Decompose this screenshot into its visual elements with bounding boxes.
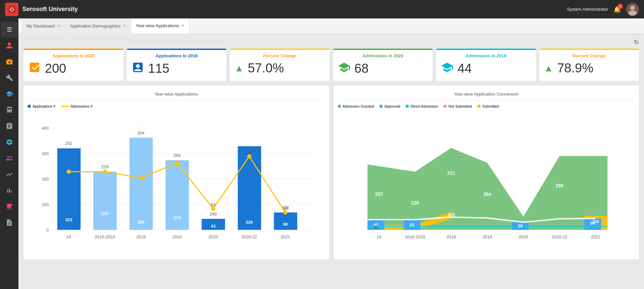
svg-point-1 [11, 8, 13, 10]
stat-icon-admissions-2020 [338, 61, 351, 76]
legend-not-submitted: Not Submitted [443, 104, 472, 108]
tab-yearwise-apps[interactable]: Year-wise Applications ✕ [131, 18, 190, 34]
stat-value-apps-2020: 200 [45, 61, 66, 76]
legend-label-applications: Applications # [33, 104, 56, 108]
yearwise-chart-legend: Applications # Admissions # [28, 103, 325, 111]
svg-text:2020-22: 2020-22 [241, 235, 257, 239]
legend-admission-granted: Admission Granted [338, 104, 374, 108]
stat-card-percent-apps: Percent Change ▲ 57.0% [230, 49, 330, 81]
sidebar-item-bus[interactable] [1, 102, 18, 118]
main-content: My Dashboard ✕ Application Demographics … [18, 18, 644, 289]
svg-point-3 [630, 5, 635, 10]
legend-dot-not-submitted [443, 105, 447, 108]
legend-dot-applications [28, 105, 31, 108]
legend-dot-approved [379, 105, 383, 108]
legend-dot-submitted [477, 105, 481, 108]
stat-body-apps-2020: 200 [28, 61, 119, 76]
svg-point-31 [175, 161, 179, 165]
stat-body-percent-apps: ▲ 57.0% [234, 61, 325, 75]
legend-label-not-submitted: Not Submitted [448, 104, 472, 108]
stat-icon-apps-2019 [131, 61, 144, 76]
svg-text:300: 300 [42, 152, 49, 156]
tab-close-app-demographics[interactable]: ✕ [123, 23, 126, 28]
svg-text:290: 290 [555, 183, 563, 188]
bar-6 [238, 146, 261, 230]
svg-text:290: 290 [246, 150, 253, 155]
stat-body-percent-admissions: ▲ 78.9% [544, 61, 635, 75]
sidebar-item-briefcase[interactable] [1, 54, 18, 69]
svg-text:252: 252 [65, 141, 72, 146]
svg-text:100: 100 [42, 203, 49, 207]
svg-text:229: 229 [101, 211, 108, 216]
svg-text:105: 105 [447, 213, 454, 217]
svg-text:102: 102 [592, 219, 599, 224]
svg-point-34 [283, 210, 287, 215]
legend-admissions: Admissions # [61, 104, 93, 108]
yearwise-applications-chart: Year-wise Applications Applications # Ad… [23, 85, 329, 259]
sidebar-item-chart[interactable] [1, 183, 18, 198]
conversion-chart-legend: Admission Granted Approved Direct Admiss… [338, 103, 635, 111]
legend-label-submitted: Submitted [482, 104, 499, 108]
logo [5, 3, 18, 16]
stat-icon-admissions-2019 [441, 61, 453, 76]
stat-card-apps-2020: Applications In 2020 200 [23, 49, 123, 81]
sidebar-item-gear[interactable] [1, 134, 18, 150]
stat-body-admissions-2020: 68 [338, 61, 428, 76]
sidebar-item-hr[interactable] [1, 199, 18, 214]
sidebar-item-analytics[interactable] [1, 167, 18, 182]
tab-close-yearwise-apps[interactable]: ✕ [181, 23, 184, 28]
yearwise-svg: 400 300 200 100 0 323 252 229 [28, 111, 325, 255]
content-area: ↻ Applications In 2020 200 Application [18, 34, 644, 289]
refresh-button[interactable]: ↻ [634, 39, 639, 46]
svg-text:290: 290 [210, 212, 217, 217]
svg-text:204: 204 [138, 131, 145, 135]
admin-name: System Administrator [567, 7, 608, 12]
sidebar-item-clipboard[interactable] [1, 118, 18, 134]
svg-text:0: 0 [46, 228, 49, 233]
stat-icon-percent-admissions: ▲ [544, 63, 553, 74]
sidebar-item-graduation[interactable] [1, 86, 18, 102]
svg-text:264: 264 [483, 191, 491, 197]
svg-point-32 [211, 207, 215, 211]
legend-label-admission-granted: Admission Granted [343, 104, 374, 108]
legend-approved: Approved [379, 104, 400, 108]
legend-dot-admission-granted [338, 105, 341, 108]
avatar[interactable] [626, 3, 639, 16]
svg-text:257: 257 [375, 191, 383, 197]
svg-point-30 [139, 176, 143, 180]
charts-row: Year-wise Applications Applications # Ad… [23, 85, 639, 259]
tab-my-dashboard[interactable]: My Dashboard ✕ [22, 18, 65, 34]
sidebar-item-users[interactable] [1, 151, 18, 166]
stat-title-percent-admissions: Percent Change [544, 53, 635, 58]
bell-wrapper[interactable]: 🔔 2 [613, 6, 621, 13]
legend-direct-admission: Direct Admission [406, 104, 438, 108]
tab-app-demographics[interactable]: Application Demographics ✕ [65, 18, 131, 34]
legend-label-approved: Approved [384, 104, 400, 108]
nav-right: System Administrator 🔔 2 [567, 3, 639, 16]
app-title: Serosoft University [22, 6, 563, 13]
tab-close-my-dashboard[interactable]: ✕ [57, 23, 60, 28]
sidebar-item-document[interactable] [1, 215, 18, 230]
stat-body-admissions-2019: 44 [441, 61, 531, 76]
svg-text:2018: 2018 [136, 235, 146, 239]
stat-title-percent-apps: Percent Change [234, 53, 325, 58]
svg-text:68: 68 [283, 222, 288, 227]
svg-text:19: 19 [376, 235, 381, 239]
legend-dot-direct-admission [406, 105, 409, 108]
sidebar-item-menu[interactable]: ☰ [1, 22, 18, 37]
conversion-chart: Year-wise Application Conversion Admissi… [334, 85, 639, 259]
svg-text:2020: 2020 [208, 235, 218, 239]
sidebar-item-user[interactable] [1, 38, 18, 53]
svg-text:364: 364 [138, 220, 145, 225]
legend-label-direct-admission: Direct Admission [411, 104, 438, 108]
legend-applications: Applications # [28, 104, 56, 108]
svg-text:83: 83 [211, 203, 215, 207]
bell-badge: 2 [618, 4, 623, 9]
sidebar-item-tools[interactable] [1, 70, 18, 85]
svg-text:2016-2018: 2016-2018 [405, 235, 425, 239]
conversion-chart-title: Year-wise Application Conversion [338, 90, 635, 100]
svg-text:43: 43 [410, 223, 414, 227]
stat-value-admissions-2020: 68 [355, 61, 369, 76]
svg-text:211: 211 [447, 170, 455, 176]
layout: ☰ [0, 18, 644, 289]
